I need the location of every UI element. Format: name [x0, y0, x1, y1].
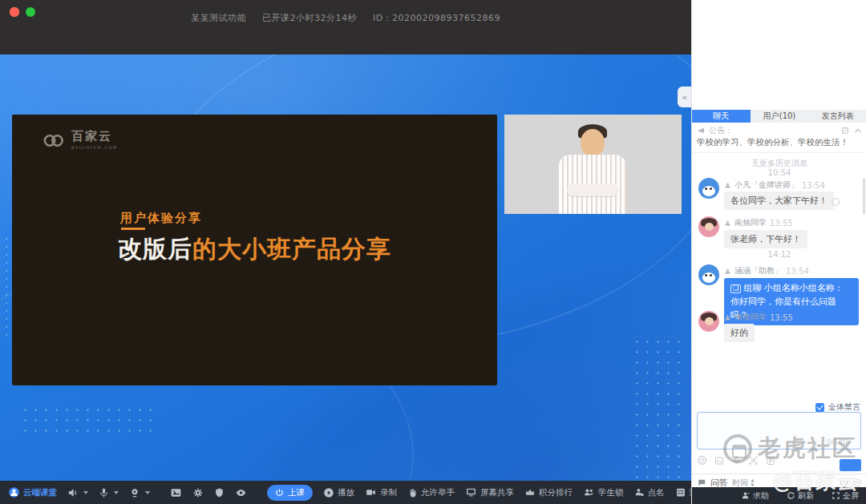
sender-name: 倩倩同学 [734, 312, 767, 323]
time-separator: 10:54 [692, 168, 866, 177]
message-header: 涵涵「助教」 13:54 [724, 265, 809, 276]
visibility-button[interactable] [235, 487, 247, 498]
voice-message-icon[interactable] [731, 455, 742, 466]
record-button[interactable]: 录制 [365, 487, 397, 498]
settings-button[interactable] [192, 487, 204, 498]
elapsed-time: 已开课2小时32分14秒 [262, 13, 357, 23]
sort-arrows-icon [750, 479, 755, 486]
popout-icon[interactable] [840, 478, 848, 487]
slide-title: 改版后的大小班产品分享 [118, 233, 391, 266]
message-header: 小凡「金牌讲师」 13:54 [724, 179, 825, 191]
avatar [698, 216, 719, 237]
group-chat-badge-icon: ❏ [730, 284, 741, 293]
roll-call-label: 点名 [648, 487, 665, 498]
session-title: 某某测试功能 已开课2小时32分14秒 ID：20200209893765286… [0, 12, 691, 24]
allow-hand-button[interactable]: 允许举手 [407, 487, 455, 498]
translate-icon[interactable] [832, 198, 840, 206]
help-button[interactable]: 求助 [742, 490, 769, 502]
user-role-icon [724, 268, 731, 275]
presentation-stage: 百家云 BAIJIAYUN.COM 用户体验分享 改版后的大小班产品分享 « [0, 54, 691, 481]
user-role-icon [724, 182, 731, 189]
presenter-video[interactable] [504, 115, 682, 214]
bg-dot-grid [2, 235, 12, 339]
allow-hand-label: 允许举手 [421, 487, 455, 498]
tab-users[interactable]: 用户(10) [751, 110, 809, 123]
speaker-button[interactable] [67, 487, 88, 498]
announcement-content: 学校的学习、学校的分析、学校的生活！ [697, 137, 862, 148]
raise-hand-icon [407, 487, 418, 498]
side-panel: 聊天 用户(10) 发言列表 公告： 学校的学习、学校的分析、学校的生活！ 无更… [691, 0, 866, 504]
emoji-icon[interactable] [697, 455, 707, 466]
mute-all-checkbox[interactable] [815, 403, 824, 412]
refresh-button[interactable]: 刷新 [787, 490, 814, 502]
avatar [698, 311, 719, 332]
play-button[interactable]: 播放 [323, 487, 354, 498]
roll-call-button[interactable]: 点名 [634, 487, 665, 498]
client-name: 云端课堂 [23, 487, 57, 498]
chat-bubble: 各位同学，大家下午好！ [724, 192, 834, 210]
zoom-window-button[interactable] [26, 7, 35, 17]
slide-brand-sub: BAIJIAYUN.COM [71, 145, 118, 150]
edit-announcement-icon[interactable] [841, 127, 849, 135]
megaphone-icon [697, 127, 706, 135]
sender-name: 南烛同学 [734, 217, 767, 228]
security-button[interactable] [214, 487, 225, 498]
avatar-eye [705, 274, 707, 276]
points-rank-button[interactable]: 积分排行 [524, 487, 573, 498]
fullscreen-label: 全屏 [843, 490, 859, 502]
refresh-label: 刷新 [798, 490, 814, 502]
mute-all-row: 全体禁言 [692, 401, 860, 413]
teacher-video-placeholder [692, 0, 866, 110]
bottom-toolbar: 云端课堂 上课 [0, 481, 691, 504]
help-label: 求助 [753, 490, 769, 502]
chat-scrollbar[interactable] [863, 178, 865, 215]
client-logo: 云端课堂 [8, 486, 57, 498]
screen-share-button[interactable]: 屏幕共享 [465, 487, 514, 498]
student-lock-button[interactable]: 学生锁 [583, 487, 624, 498]
play-icon [323, 487, 334, 498]
collapse-icon[interactable] [853, 478, 862, 487]
fullscreen-button[interactable]: 全屏 [832, 490, 859, 502]
divider [692, 152, 866, 153]
refresh-icon [787, 491, 795, 500]
presenter-figure [567, 183, 618, 196]
baijiayun-logo-icon [42, 134, 65, 147]
close-window-button[interactable] [10, 7, 19, 17]
microphone-icon [99, 487, 109, 498]
record-camera-icon [365, 487, 377, 498]
message-time: 13:54 [802, 181, 825, 190]
chevron-up-icon[interactable] [854, 127, 862, 134]
message-time: 13:55 [770, 313, 793, 322]
tab-chat[interactable]: 聊天 [692, 110, 751, 123]
slide: 百家云 BAIJIAYUN.COM 用户体验分享 改版后的大小班产品分享 [12, 115, 497, 385]
avatar-face [705, 223, 714, 231]
media-button[interactable] [170, 487, 182, 498]
bg-dot-grid [20, 405, 155, 438]
file-attach-icon[interactable] [765, 456, 776, 466]
tab-speak-list[interactable]: 发言列表 [808, 110, 866, 123]
camera-button[interactable] [129, 487, 150, 498]
student-lock-label: 学生锁 [598, 487, 624, 498]
send-button[interactable] [840, 459, 861, 471]
microphone-caret-icon[interactable] [114, 491, 119, 494]
slide-title-orange: 的大小班产品分享 [192, 235, 391, 263]
user-role-icon [724, 220, 731, 227]
start-class-label: 上课 [288, 487, 305, 498]
message-header: 南烛同学 13:55 [724, 217, 793, 228]
avatar-face [705, 317, 714, 325]
microphone-button[interactable] [99, 487, 119, 498]
help-person-icon [742, 491, 751, 500]
collapse-panel-handle[interactable]: « [678, 87, 691, 107]
session-id: ID：202002098937652869 [373, 13, 500, 23]
slide-brand-name: 百家云 [71, 131, 118, 143]
slide-brand-logo: 百家云 BAIJIAYUN.COM [42, 131, 118, 150]
camera-caret-icon[interactable] [145, 491, 150, 494]
start-class-button[interactable]: 上课 [267, 485, 313, 501]
char-counter: 0/140 [827, 438, 848, 446]
avatar [698, 264, 719, 285]
speaker-caret-icon[interactable] [83, 491, 88, 494]
screenshot-icon[interactable] [748, 455, 759, 466]
fullscreen-icon [832, 491, 840, 500]
image-upload-icon[interactable] [714, 456, 725, 466]
sender-name: 小凡「金牌讲师」 [734, 179, 799, 191]
